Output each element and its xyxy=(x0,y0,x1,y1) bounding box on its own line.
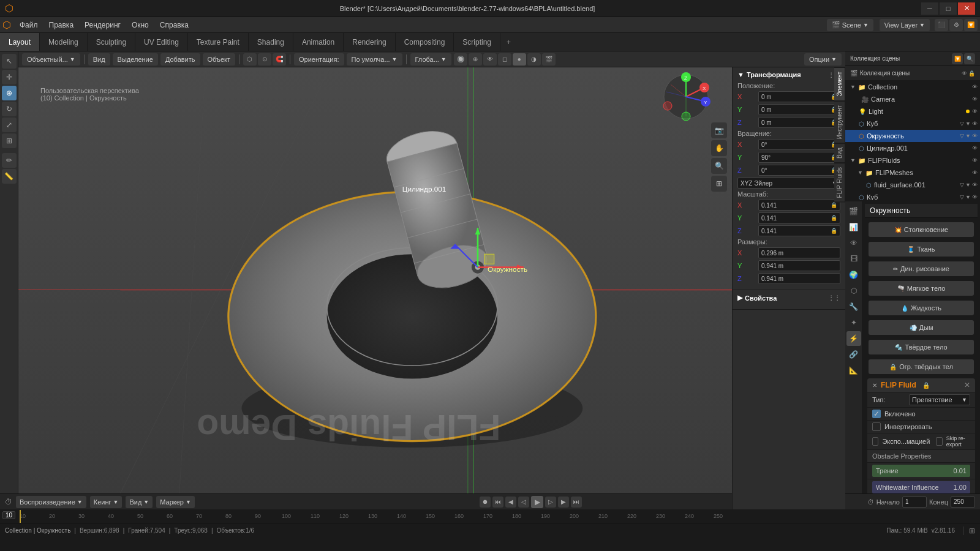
outliner-item-flipfluids[interactable]: ▼ 📁 FLIPFluids 👁 xyxy=(845,154,980,167)
select-tool[interactable]: ↖ xyxy=(2,54,17,69)
add-menu[interactable]: Добавить xyxy=(160,53,200,66)
rotation-y-field[interactable]: 90° 🔒 xyxy=(758,152,840,163)
dim-y-field[interactable]: 0.941 m xyxy=(758,260,840,271)
cursor-tool[interactable]: ✛ xyxy=(2,70,17,84)
object-menu[interactable]: Объект xyxy=(203,53,235,66)
hand-btn[interactable]: ✋ xyxy=(711,140,727,156)
solid-icon[interactable]: ● xyxy=(513,53,526,66)
scale-x-field[interactable]: 0.141 🔒 xyxy=(758,200,840,211)
outliner-item-kub2[interactable]: ⬡ Куб ▽ ▼ 👁 xyxy=(845,191,980,200)
tab-modeling[interactable]: Modeling xyxy=(40,33,88,51)
hide-icon[interactable]: 👁 xyxy=(483,53,497,66)
dynamic-paint-button[interactable]: ✏ Дин. рисование xyxy=(869,261,974,276)
circle-eye[interactable]: 👁 xyxy=(972,133,978,139)
menu-help[interactable]: Справка xyxy=(155,20,194,31)
orientation-selector[interactable]: По умолча... ▼ xyxy=(347,53,402,66)
scale-tool[interactable]: ⤢ xyxy=(2,118,17,132)
collection-eye[interactable]: 👁 xyxy=(972,84,978,90)
render-props-icon[interactable]: 🎬 xyxy=(846,204,861,219)
kub2-eye[interactable]: 👁 xyxy=(972,194,978,200)
filter-icon[interactable]: 🔽 xyxy=(964,19,978,31)
outliner-item-cylinder[interactable]: ⬡ Цилиндр.001 👁 xyxy=(845,142,980,154)
timeline-ruler[interactable]: 10 10 20 30 40 50 60 70 80 90 100 110 12… xyxy=(0,510,980,523)
flip-fluid-header[interactable]: ✕ FLIP Fluid 🔒 ✕ xyxy=(867,378,975,392)
tab-texture-paint[interactable]: Texture Paint xyxy=(188,33,249,51)
playback-menu[interactable]: Воспроизведение ▼ xyxy=(16,496,86,508)
menu-edit[interactable]: Правка xyxy=(44,20,79,31)
collision-button[interactable]: 💥 Столкновение xyxy=(869,222,974,237)
menu-window[interactable]: Окно xyxy=(127,20,154,31)
options-button[interactable]: Опции ▼ xyxy=(804,53,842,66)
menu-render[interactable]: Рендеринг xyxy=(80,20,126,31)
view-props-icon[interactable]: 👁 xyxy=(846,236,861,250)
outliner-item-flipmeshes[interactable]: ▼ 📁 FLIPMeshes 👁 xyxy=(845,167,980,179)
outliner-item-camera[interactable]: 🎥 Camera 👁 xyxy=(845,93,980,105)
whitewater-field[interactable]: Whitewater Influence 1.00 xyxy=(872,481,970,493)
scale-z-field[interactable]: 0.141 🔒 xyxy=(758,225,840,236)
navigation-gizmo[interactable]: X Z Y xyxy=(662,72,710,121)
dim-x-field[interactable]: 0.296 m xyxy=(758,247,840,258)
select-menu[interactable]: Выделение xyxy=(113,53,158,66)
pivot-icon[interactable]: ⊕ xyxy=(469,53,482,66)
smoke-button[interactable]: 💨 Дым xyxy=(869,320,974,335)
export-checkbox[interactable] xyxy=(872,437,878,446)
soft-body-button[interactable]: 🫗 Мягкое тело xyxy=(869,281,974,296)
physics-props-icon[interactable]: ⚡ xyxy=(846,331,861,346)
light-eye[interactable]: 👁 xyxy=(972,108,978,114)
friction-field[interactable]: Трение 0.01 xyxy=(872,465,970,477)
tab-rendering[interactable]: Rendering xyxy=(344,33,395,51)
mesh-eye[interactable]: 👁 xyxy=(972,170,978,176)
position-z-field[interactable]: 0 m 🔒 xyxy=(758,117,840,128)
outliner-filter-icon[interactable]: 🔽 xyxy=(952,53,963,64)
kub-eye[interactable]: 👁 xyxy=(972,121,978,127)
record-btn[interactable]: ⏺ xyxy=(480,497,491,508)
outliner-item-kub[interactable]: ⬡ Куб ▽ ▼ 👁 xyxy=(845,118,980,130)
current-frame-display[interactable]: 10 xyxy=(2,511,15,519)
type-dropdown[interactable]: Препятствие ▼ xyxy=(909,394,970,405)
prev-frame-btn[interactable]: ◀ xyxy=(505,497,516,508)
outliner-item-light[interactable]: 💡 Light 👁 xyxy=(845,105,980,118)
flip-eye[interactable]: 👁 xyxy=(972,157,978,163)
tab-compositing[interactable]: Compositing xyxy=(396,33,454,51)
cylinder-eye[interactable]: 👁 xyxy=(972,145,978,151)
rotate-tool[interactable]: ↻ xyxy=(2,102,17,116)
npanel-tab-view[interactable]: Вид xyxy=(834,143,845,163)
rendered-icon[interactable]: 🎬 xyxy=(542,53,556,66)
euler-dropdown[interactable]: XYZ Эйлер ▼ xyxy=(737,178,840,189)
grid-btn[interactable]: ⊞ xyxy=(711,176,727,192)
minimize-button[interactable]: ─ xyxy=(921,2,938,15)
close-button[interactable]: ✕ xyxy=(958,2,975,15)
outliner-item-fluid-surface[interactable]: ⬡ fluid_surface.001 ▽ ▼ 👁 xyxy=(845,179,980,191)
annotate-tool[interactable]: ✏ xyxy=(2,153,17,168)
rigid-body-button[interactable]: 🔩 Твёрдое тело xyxy=(869,340,974,354)
wireframe-icon[interactable]: ◻ xyxy=(498,53,511,66)
object-props-icon[interactable]: ⬡ xyxy=(846,283,861,298)
proportional-icon[interactable]: ⊙ xyxy=(258,53,271,66)
snap-to-icon[interactable]: 🧲 xyxy=(273,53,286,66)
play-btn[interactable]: ▶ xyxy=(531,496,543,508)
next-keyframe-btn[interactable]: ▷ xyxy=(545,497,556,508)
tab-shading[interactable]: Shading xyxy=(249,33,293,51)
keying-menu[interactable]: Кеинг ▼ xyxy=(90,496,123,508)
material-icon[interactable]: ◑ xyxy=(527,53,541,66)
global-selector[interactable]: Глоба... ▼ xyxy=(410,53,451,66)
particles-props-icon[interactable]: ✦ xyxy=(846,315,861,330)
output-props-icon[interactable]: 📊 xyxy=(846,220,861,234)
skip-end-btn[interactable]: ⏭ xyxy=(571,497,582,508)
flip-close-button[interactable]: ✕ xyxy=(964,381,970,389)
tab-add-button[interactable]: + xyxy=(500,33,517,51)
view-menu[interactable]: Вид xyxy=(88,53,110,66)
dim-z-field[interactable]: 0.941 m xyxy=(758,273,840,284)
taskbar-start[interactable]: ⊞ xyxy=(969,527,975,535)
position-y-field[interactable]: 0 m 🔒 xyxy=(758,104,840,115)
cloth-button[interactable]: 🧵 Ткань xyxy=(869,242,974,257)
settings-icon[interactable]: ⚙ xyxy=(949,19,963,31)
marker-menu[interactable]: Маркер ▼ xyxy=(156,496,195,508)
view-layer-selector[interactable]: View Layer ▼ xyxy=(880,19,930,31)
world-props-icon[interactable]: 🌍 xyxy=(846,268,861,282)
scale-y-field[interactable]: 0.141 🔒 xyxy=(758,212,840,223)
next-frame-btn[interactable]: ▶ xyxy=(558,497,569,508)
tab-scripting[interactable]: Scripting xyxy=(454,33,500,51)
skip-checkbox[interactable] xyxy=(936,437,942,446)
rotation-z-field[interactable]: 0° 🔒 xyxy=(758,165,840,176)
